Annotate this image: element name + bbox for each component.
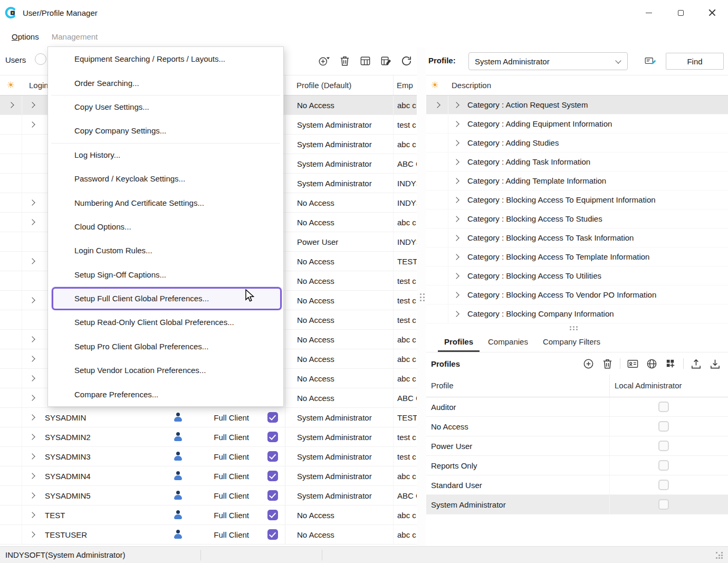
category-row[interactable]: Category : Blocking Access To Equipment … xyxy=(426,190,728,209)
active-checkbox[interactable] xyxy=(267,432,278,442)
menu-management[interactable]: Management xyxy=(45,29,104,44)
menu-item[interactable]: Numbering And Certificate Settings... xyxy=(48,190,283,214)
menu-item[interactable]: Copy Company Settings... xyxy=(48,119,283,142)
import-icon[interactable] xyxy=(708,357,722,370)
category-row[interactable]: Category : Adding Task Information xyxy=(426,152,728,171)
menu-options[interactable]: Options xyxy=(5,29,45,44)
active-checkbox[interactable] xyxy=(267,451,278,462)
local-admin-checkbox[interactable] xyxy=(658,421,669,432)
user-row[interactable]: TEST Full Client No Access abc c xyxy=(0,505,417,525)
vertical-splitter[interactable] xyxy=(417,47,426,546)
category-row[interactable]: Category : Blocking Access To Vendor PO … xyxy=(426,285,728,304)
column-profile[interactable]: Profile xyxy=(431,381,454,390)
edit-profile-icon[interactable] xyxy=(644,54,657,68)
expand-category-icon[interactable] xyxy=(453,178,459,184)
grid-add-icon[interactable] xyxy=(664,357,677,370)
expand-category-icon[interactable] xyxy=(453,311,459,317)
category-row[interactable]: Category : Blocking Access To Template I… xyxy=(426,247,728,266)
tab-companies[interactable]: Companies xyxy=(482,332,534,352)
active-checkbox[interactable] xyxy=(267,412,278,423)
menu-item[interactable]: Compare Preferences... xyxy=(48,382,283,406)
column-settings-icon[interactable]: ☀ xyxy=(7,80,15,91)
contact-card-icon[interactable] xyxy=(626,357,639,370)
expand-row-icon[interactable] xyxy=(29,414,35,420)
expand-row-icon[interactable] xyxy=(29,121,35,127)
expand-category-icon[interactable] xyxy=(453,159,459,165)
category-row[interactable]: Category : Adding Equipment Information xyxy=(426,114,728,133)
splitter-grip-icon[interactable] xyxy=(420,293,422,295)
expand-category-icon[interactable] xyxy=(453,273,459,279)
expand-row-icon[interactable] xyxy=(29,473,35,479)
expand-category-icon[interactable] xyxy=(453,102,459,108)
local-admin-checkbox[interactable] xyxy=(658,480,669,490)
expand-row-icon[interactable] xyxy=(29,512,35,518)
user-row[interactable]: SYSADMIN Full Client System Administrato… xyxy=(0,408,417,427)
globe-icon[interactable] xyxy=(645,357,658,370)
expand-row-icon[interactable] xyxy=(29,102,35,108)
user-row[interactable]: SYSADMIN5 Full Client System Administrat… xyxy=(0,486,417,505)
column-local-administrator[interactable]: Local Administrator xyxy=(615,381,682,390)
expand-row-icon[interactable] xyxy=(29,336,35,342)
delete-profile-icon[interactable] xyxy=(601,357,614,370)
expand-category-icon[interactable] xyxy=(453,140,459,146)
menu-item[interactable]: Password / Keycloak Settings... xyxy=(48,167,283,190)
profile-row[interactable]: Auditor xyxy=(426,397,728,417)
user-row[interactable]: SYSADMIN2 Full Client System Administrat… xyxy=(0,427,417,447)
profile-row[interactable]: Reports Only xyxy=(426,456,728,475)
expand-row-icon[interactable] xyxy=(29,531,35,537)
close-button[interactable] xyxy=(696,0,728,25)
export-icon[interactable] xyxy=(689,357,703,370)
expand-row-icon[interactable] xyxy=(29,199,35,205)
add-dropdown-icon[interactable] xyxy=(318,54,331,68)
panel-splitter-grip-icon[interactable] xyxy=(570,326,571,328)
menu-item[interactable]: Log History... xyxy=(48,143,283,167)
active-checkbox[interactable] xyxy=(267,510,278,520)
filter-toggle[interactable] xyxy=(35,53,46,65)
menu-item[interactable]: Order Searching... xyxy=(48,71,283,94)
menu-item[interactable]: Cloud Options... xyxy=(48,215,283,238)
expand-row-icon[interactable] xyxy=(29,375,35,381)
expand-row-icon[interactable] xyxy=(29,297,35,303)
local-admin-checkbox[interactable] xyxy=(658,441,669,451)
menu-item[interactable]: Copy User Settings... xyxy=(48,95,283,119)
active-checkbox[interactable] xyxy=(267,490,278,501)
menu-item[interactable]: Login Custom Rules... xyxy=(48,238,283,262)
delete-icon[interactable] xyxy=(338,54,351,68)
expand-row-icon[interactable] xyxy=(29,492,35,498)
expand-category-icon[interactable] xyxy=(453,197,459,203)
user-row[interactable]: TESTUSER Full Client No Access abc c xyxy=(0,525,417,545)
profile-select[interactable]: System Administrator xyxy=(468,52,628,70)
maximize-button[interactable] xyxy=(665,0,696,25)
profile-row[interactable]: Power User xyxy=(426,436,728,456)
expand-category-icon[interactable] xyxy=(453,121,459,127)
column-employee[interactable]: Emp xyxy=(397,81,413,90)
refresh-icon[interactable] xyxy=(400,54,413,68)
column-login[interactable]: Login xyxy=(29,81,49,90)
expand-row-icon[interactable] xyxy=(29,219,35,225)
expand-row-icon[interactable] xyxy=(29,453,35,459)
resize-grip-icon[interactable] xyxy=(716,552,717,554)
user-row[interactable]: SYSADMIN3 Full Client System Administrat… xyxy=(0,447,417,466)
category-row[interactable]: Category : Blocking Access To Task Infor… xyxy=(426,228,728,247)
category-row[interactable]: Category : Blocking Access To Utilities xyxy=(426,266,728,285)
minimize-button[interactable] xyxy=(633,0,665,25)
expand-row-icon[interactable] xyxy=(29,356,35,361)
expand-all-icon[interactable] xyxy=(8,102,14,108)
expand-category-icon[interactable] xyxy=(453,254,459,260)
local-admin-checkbox[interactable] xyxy=(658,402,669,412)
customize-columns-icon[interactable] xyxy=(379,54,392,68)
expand-row-icon[interactable] xyxy=(29,395,35,400)
local-admin-checkbox[interactable] xyxy=(658,460,669,471)
layout-grid-icon[interactable] xyxy=(359,54,372,68)
expand-category-icon[interactable] xyxy=(453,292,459,298)
category-row[interactable]: Category : Blocking Access To Studies xyxy=(426,209,728,228)
find-button[interactable]: Find xyxy=(666,53,724,70)
menu-item[interactable]: Setup Read-Only Client Global Preference… xyxy=(48,310,283,334)
column-description[interactable]: Description xyxy=(452,81,491,90)
menu-item[interactable]: Setup Vendor Location Preferences... xyxy=(48,358,283,382)
local-admin-checkbox[interactable] xyxy=(658,499,669,510)
expand-row-icon[interactable] xyxy=(29,258,35,264)
menu-item[interactable]: Setup Pro Client Global Preferences... xyxy=(48,335,283,358)
column-settings-icon[interactable]: ☀ xyxy=(431,80,439,91)
user-row[interactable]: SYSADMIN4 Full Client System Administrat… xyxy=(0,466,417,486)
